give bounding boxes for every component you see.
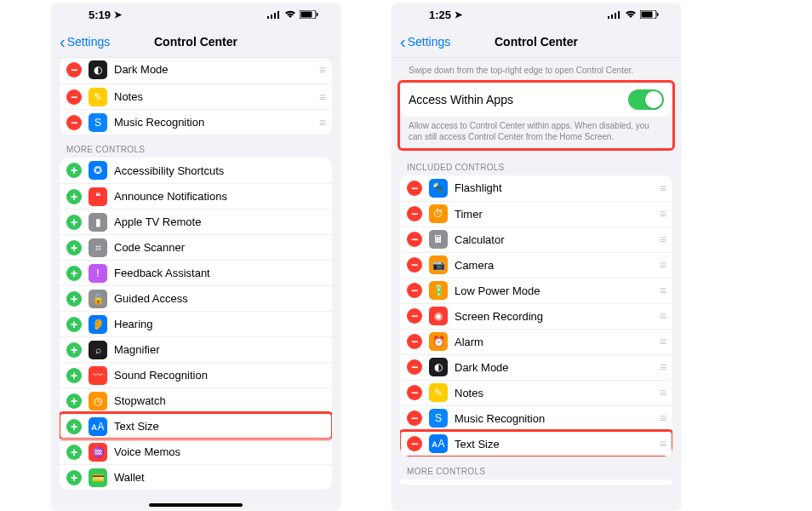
remove-button[interactable] [66, 115, 82, 130]
wifi-icon [625, 9, 637, 21]
more-controls-group-peek [400, 479, 672, 485]
drag-handle-icon[interactable]: ≡ [319, 63, 325, 77]
svg-rect-10 [618, 11, 620, 19]
back-button[interactable]: ‹ Settings [400, 33, 450, 50]
status-bar: 1:25 ➤ [392, 3, 681, 26]
control-label: Dark Mode [114, 63, 169, 76]
access-within-apps-row[interactable]: Access Within Apps [400, 83, 672, 117]
control-row[interactable]: 🔦Flashlight≡ [400, 175, 672, 201]
control-row[interactable]: 🔋Low Power Mode≡ [400, 278, 672, 303]
add-button[interactable] [66, 445, 82, 460]
drag-handle-icon[interactable]: ≡ [660, 411, 666, 425]
remove-button[interactable] [407, 334, 422, 349]
app-icon: ◐ [89, 60, 107, 79]
remove-button[interactable] [407, 283, 422, 298]
app-icon: ᴀA [429, 434, 448, 453]
drag-handle-icon[interactable]: ≡ [660, 258, 666, 272]
remove-button[interactable] [407, 436, 422, 451]
add-button[interactable] [66, 368, 82, 383]
control-row[interactable]: ◷Stopwatch [60, 388, 332, 413]
control-row[interactable]: 🔒Guided Access [60, 285, 332, 311]
svg-rect-0 [267, 16, 269, 19]
drag-handle-icon[interactable]: ≡ [660, 437, 666, 451]
drag-handle-icon[interactable]: ≡ [660, 181, 666, 195]
remove-button[interactable] [407, 385, 422, 400]
add-button[interactable] [66, 419, 82, 434]
control-row[interactable]: ✎Notes≡ [60, 83, 332, 109]
app-icon: S [429, 409, 448, 428]
control-row[interactable]: ▮Apple TV Remote [60, 209, 332, 234]
add-button[interactable] [66, 163, 82, 178]
drag-handle-icon[interactable]: ≡ [319, 90, 325, 104]
control-label: Feedback Assistant [114, 267, 210, 279]
drag-handle-icon[interactable]: ≡ [660, 360, 666, 374]
add-button[interactable] [66, 291, 82, 307]
control-row[interactable]: ◐Dark Mode≡ [400, 354, 672, 380]
home-indicator[interactable] [149, 503, 243, 507]
app-icon: 🔦 [429, 179, 448, 198]
control-row[interactable]: ᴀAText Size [60, 413, 332, 439]
control-row[interactable]: !Feedback Assistant [60, 260, 332, 285]
control-row[interactable]: ✎Notes≡ [400, 380, 672, 405]
control-row[interactable]: SMusic Recognition≡ [60, 109, 332, 135]
control-label: Timer [455, 208, 483, 221]
remove-button[interactable] [407, 206, 422, 221]
svg-rect-3 [277, 11, 279, 19]
control-row[interactable]: 💳Wallet [60, 464, 332, 490]
control-row[interactable]: ⏱Timer≡ [400, 201, 672, 227]
access-within-apps-toggle[interactable] [628, 89, 664, 110]
control-row[interactable]: SMusic Recognition≡ [400, 405, 672, 431]
add-button[interactable] [66, 215, 82, 230]
drag-handle-icon[interactable]: ≡ [660, 284, 666, 297]
add-button[interactable] [66, 266, 82, 281]
drag-handle-icon[interactable]: ≡ [660, 335, 666, 348]
app-icon: ◷ [89, 392, 107, 411]
remove-button[interactable] [407, 359, 422, 375]
app-icon: ✪ [89, 161, 107, 180]
add-button[interactable] [66, 342, 82, 358]
control-row[interactable]: ◐Dark Mode≡ [60, 58, 332, 83]
app-icon: ⏰ [429, 332, 448, 351]
battery-icon [300, 9, 318, 21]
control-row[interactable]: 〰Sound Recognition [60, 362, 332, 388]
remove-button[interactable] [66, 62, 82, 78]
remove-button[interactable] [407, 181, 422, 196]
content-scroll[interactable]: Swipe down from the top-right edge to op… [392, 58, 681, 510]
drag-handle-icon[interactable]: ≡ [660, 386, 666, 399]
control-row[interactable]: ◉Screen Recording≡ [400, 303, 672, 329]
add-button[interactable] [66, 317, 82, 332]
control-row[interactable]: ⌗Code Scanner [60, 234, 332, 260]
app-icon: 👂 [89, 315, 107, 334]
remove-button[interactable] [407, 257, 422, 273]
control-row[interactable]: 🖩Calculator≡ [400, 227, 672, 252]
control-row[interactable]: 📷Camera≡ [400, 252, 672, 278]
control-row[interactable]: ♒Voice Memos [60, 439, 332, 464]
svg-rect-1 [271, 14, 272, 19]
app-icon: S [89, 113, 107, 132]
remove-button[interactable] [407, 232, 422, 247]
app-icon: 🔒 [89, 290, 107, 308]
status-time: 1:25 [429, 9, 451, 21]
content-scroll[interactable]: ◐Dark Mode≡✎Notes≡SMusic Recognition≡ MO… [51, 58, 340, 498]
remove-button[interactable] [407, 308, 422, 324]
add-button[interactable] [66, 393, 82, 409]
app-icon: ♒ [89, 443, 107, 462]
app-icon: ✎ [429, 383, 448, 402]
control-row[interactable]: ᴀAText Size≡ [400, 431, 672, 456]
remove-button[interactable] [407, 411, 422, 426]
back-button[interactable]: ‹ Settings [60, 33, 110, 50]
control-row[interactable]: ✪Accessibility Shortcuts [60, 158, 332, 183]
add-button[interactable] [66, 240, 82, 256]
control-row[interactable]: ⏰Alarm≡ [400, 329, 672, 354]
control-row[interactable]: ⌕Magnifier [60, 336, 332, 362]
control-row[interactable]: 👂Hearing [60, 311, 332, 336]
control-label: Text Size [114, 420, 159, 433]
drag-handle-icon[interactable]: ≡ [660, 309, 666, 323]
add-button[interactable] [66, 189, 82, 204]
drag-handle-icon[interactable]: ≡ [319, 116, 325, 129]
remove-button[interactable] [66, 89, 82, 105]
add-button[interactable] [66, 470, 82, 485]
drag-handle-icon[interactable]: ≡ [660, 207, 666, 221]
control-row[interactable]: ❝Announce Notifications [60, 183, 332, 209]
drag-handle-icon[interactable]: ≡ [660, 233, 666, 246]
